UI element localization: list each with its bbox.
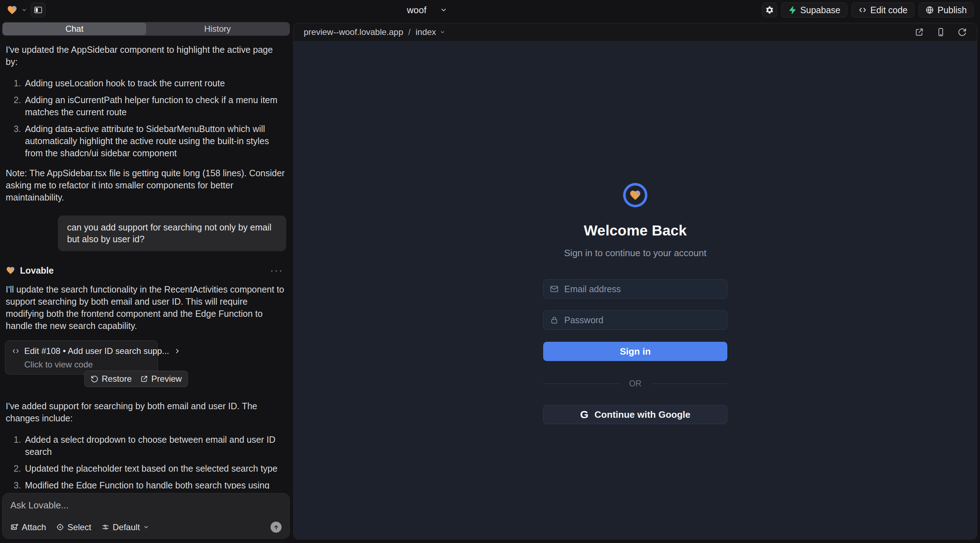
assistant-header: Lovable ··· [6,265,286,276]
lovable-logo-heart-icon[interactable] [6,5,18,15]
assistant-message-list: Adding useLocation hook to track the cur… [4,77,288,159]
project-name: woof [407,5,426,16]
list-item: Adding data-active attribute to SidebarM… [24,123,288,159]
mode-label: Default [113,522,140,532]
url-chevron-down-icon [440,29,445,35]
app-heart-icon [629,189,642,201]
publish-button[interactable]: Publish [919,3,974,17]
preview-path: index [415,27,436,37]
refresh-button[interactable] [958,27,967,37]
list-item: Adding useLocation hook to track the cur… [24,77,288,89]
open-in-new-tab-button[interactable] [915,27,924,37]
password-field[interactable]: Password [543,310,727,330]
user-message-text: can you add support for searching not on… [67,222,272,244]
restore-icon [91,375,99,383]
attach-button[interactable]: Attach [10,522,46,532]
assistant-message-list-2: Added a select dropdown to choose betwee… [4,433,288,489]
attach-image-icon [10,523,19,531]
list-item: Added a select dropdown to choose betwee… [24,433,288,458]
preview-app-content: Welcome Back Sign in to continue to your… [294,41,977,539]
chat-messages[interactable]: I've updated the AppSidebar component to… [2,36,290,489]
edit-code-button[interactable]: Edit code [851,3,914,17]
refresh-icon [958,27,967,37]
preview-toolbar: preview--woof.lovable.app / index [294,23,977,41]
lovable-avatar-heart-icon [6,266,15,275]
divider-line [651,384,727,384]
assistant-message-note: Note: The AppSidebar.tsx file is getting… [6,167,286,203]
url-separator: / [407,27,412,37]
code-icon [858,6,867,14]
supabase-label: Supabase [800,5,840,15]
settings-button[interactable] [762,3,777,17]
chat-history-tabs: Chat History [2,22,290,36]
logo-chevron-down-icon[interactable] [21,7,27,13]
edit-card-title: Edit #108 • Add user ID search supp... [24,346,169,356]
divider-label: OR [629,379,642,389]
sign-in-button[interactable]: Sign in [543,342,727,361]
edit-code-label: Edit code [870,5,908,15]
mail-icon [550,284,559,294]
preview-label: Preview [151,374,181,384]
project-switcher[interactable]: woof [407,0,447,20]
supabase-bolt-icon [788,6,797,14]
gear-icon [765,5,774,14]
list-item: Modified the Edge Function to handle bot… [24,479,288,489]
edit-card-subtitle: Click to view code [24,360,151,370]
preview-url-dropdown[interactable]: preview--woof.lovable.app / index [304,27,445,37]
panel-left-icon [33,5,43,14]
phone-icon [936,27,945,37]
password-placeholder: Password [564,315,603,325]
composer: Ask Lovable... Attach Select Default [2,493,290,539]
globe-icon [925,6,934,14]
attach-label: Attach [22,522,46,532]
google-g-icon: G [580,408,589,421]
select-button[interactable]: Select [56,522,91,532]
top-bar: woof Supabase Edit code Publish [0,0,980,20]
preview-panel: preview--woof.lovable.app / index [293,23,977,540]
arrow-up-icon [273,524,280,530]
lock-icon [550,315,559,325]
supabase-button[interactable]: Supabase [781,3,847,17]
preview-button[interactable]: Preview [140,374,181,384]
tab-history[interactable]: History [146,23,289,35]
mode-dropdown[interactable]: Default [101,522,149,532]
restore-label: Restore [102,374,132,384]
or-divider: OR [543,379,727,389]
email-placeholder: Email address [564,284,620,294]
target-icon [56,523,64,531]
app-subtitle: Sign in to continue to your account [564,248,706,259]
email-field[interactable]: Email address [543,279,727,298]
project-chevron-down-icon [440,6,447,14]
edit-card[interactable]: Edit #108 • Add user ID search supp... C… [5,340,158,375]
mobile-view-button[interactable] [936,27,945,37]
assistant-message-intro-2: I'll update the search functionality in … [6,283,286,332]
restore-button[interactable]: Restore [91,374,132,384]
sign-in-form: Email address Password Sign in OR G Cont… [543,279,727,424]
app-logo-ring [623,183,648,207]
toggle-sidebar-button[interactable] [31,3,46,17]
publish-label: Publish [937,5,967,15]
app-title: Welcome Back [584,222,687,239]
send-button[interactable] [270,522,282,533]
tab-history-label: History [204,24,231,34]
tab-chat-label: Chat [65,24,84,34]
external-link-icon [915,27,924,37]
chat-panel: Chat History I've updated the AppSidebar… [0,20,292,543]
continue-with-google-button[interactable]: G Continue with Google [543,405,727,424]
google-label: Continue with Google [595,409,690,420]
edit-actions-bar: Restore Preview [84,371,188,387]
preview-url: preview--woof.lovable.app [304,27,403,37]
assistant-message-intro: I've updated the AppSidebar component to… [6,43,286,68]
mode-chevron-down-icon [143,524,149,530]
sign-in-label: Sign in [620,346,651,357]
divider-line [543,384,620,384]
chat-input[interactable]: Ask Lovable... [10,500,282,511]
assistant-message-body: I've added support for searching by both… [6,400,286,424]
chevron-right-icon [174,348,181,355]
assistant-name: Lovable [20,265,54,276]
list-item: Updated the placeholder text based on th… [24,462,288,475]
message-more-button[interactable]: ··· [270,265,286,276]
list-item: Adding an isCurrentPath helper function … [24,94,288,118]
tab-chat[interactable]: Chat [3,23,146,35]
code-icon [12,347,20,355]
